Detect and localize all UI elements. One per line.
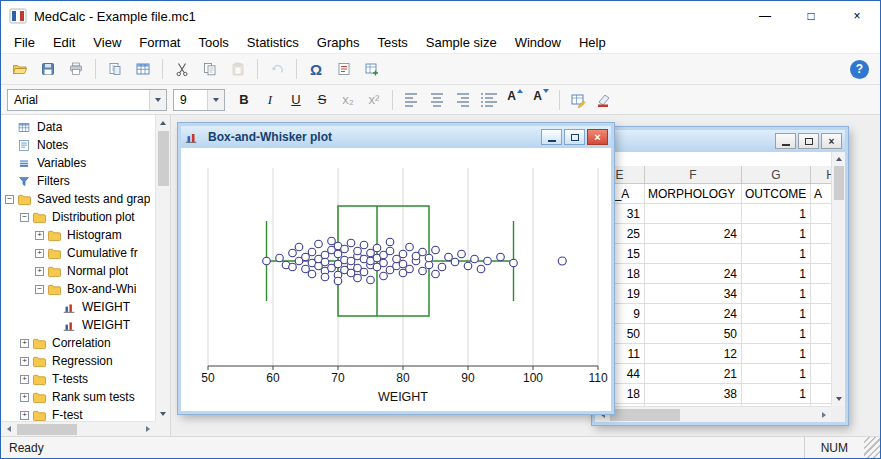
tree-item-notes[interactable]: Notes xyxy=(1,136,155,154)
sheet-cell[interactable] xyxy=(811,384,831,404)
underline-button[interactable]: U xyxy=(284,89,308,111)
sheet-cell[interactable]: 1 xyxy=(742,264,811,284)
variable-name-cell[interactable]: A xyxy=(811,184,831,204)
sheet-cell[interactable]: 1 xyxy=(742,304,811,324)
scroll-up-icon[interactable] xyxy=(832,152,845,166)
tree-vertical-scrollbar[interactable] xyxy=(155,115,170,421)
sheet-cell[interactable]: 1 xyxy=(742,344,811,364)
tree-item-weight[interactable]: WEIGHT xyxy=(1,298,155,316)
tree-item-histogram[interactable]: +Histogram xyxy=(1,226,155,244)
maximize-button[interactable]: □ xyxy=(788,1,834,31)
scroll-thumb[interactable] xyxy=(17,424,77,435)
menu-help[interactable]: Help xyxy=(570,33,615,52)
menu-graphs[interactable]: Graphs xyxy=(308,33,369,52)
scroll-down-icon[interactable] xyxy=(156,406,170,421)
column-header-g[interactable]: G xyxy=(742,166,811,184)
sheet-cell[interactable]: 21 xyxy=(645,364,742,384)
sheet-cell[interactable]: 1 xyxy=(742,324,811,344)
sheet-cell[interactable] xyxy=(645,204,742,224)
expand-icon[interactable]: + xyxy=(35,231,44,240)
sheet-cell[interactable]: 24 xyxy=(645,224,742,244)
decrease-font-button[interactable]: A xyxy=(529,89,553,111)
tree-item-weight[interactable]: WEIGHT xyxy=(1,316,155,334)
paste-icon[interactable] xyxy=(225,57,251,81)
sheet-horizontal-scrollbar[interactable] xyxy=(595,406,831,422)
sheet-close-button[interactable]: × xyxy=(821,133,842,149)
column-header-f[interactable]: F xyxy=(645,166,742,184)
plot-titlebar[interactable]: Box-and-Whisker plot × xyxy=(181,126,611,148)
superscript-button[interactable]: x² xyxy=(362,89,386,111)
expand-icon[interactable]: + xyxy=(20,339,29,348)
collapse-icon[interactable]: − xyxy=(20,213,29,222)
resize-grip[interactable] xyxy=(864,437,880,458)
sheet-cell[interactable]: 1 xyxy=(742,224,811,244)
omega-icon[interactable]: Ω xyxy=(303,57,329,81)
insert-symbol-icon[interactable] xyxy=(331,57,357,81)
tree-item-data[interactable]: Data xyxy=(1,118,155,136)
sheet-cell[interactable] xyxy=(811,364,831,384)
sheet-cell[interactable]: 50 xyxy=(645,324,742,344)
spreadsheet-grid[interactable]: EFGHDE_AMORPHOLOGYOUTCOMEA31125241151182… xyxy=(595,152,831,406)
italic-button[interactable]: I xyxy=(258,89,282,111)
scroll-down-icon[interactable] xyxy=(832,392,845,406)
close-button[interactable]: × xyxy=(834,1,880,31)
tree-item-box-and-whi[interactable]: −Box-and-Whi xyxy=(1,280,155,298)
tree-item-rank-sum-tests[interactable]: +Rank sum tests xyxy=(1,388,155,406)
copy-icon[interactable] xyxy=(197,57,223,81)
variable-name-cell[interactable]: MORPHOLOGY xyxy=(645,184,742,204)
scroll-right-icon[interactable] xyxy=(816,407,831,422)
column-header-h[interactable]: H xyxy=(811,166,831,184)
expand-icon[interactable]: + xyxy=(35,267,44,276)
undo-icon[interactable] xyxy=(264,57,290,81)
minimize-button[interactable]: — xyxy=(742,1,788,31)
plot-close-button[interactable]: × xyxy=(587,129,608,145)
variable-name-cell[interactable]: OUTCOME xyxy=(742,184,811,204)
tree-item-cumulative-fr[interactable]: +Cumulative fr xyxy=(1,244,155,262)
tree-item-regression[interactable]: +Regression xyxy=(1,352,155,370)
tree-item-f-test[interactable]: +F-test xyxy=(1,406,155,421)
expand-icon[interactable]: + xyxy=(20,393,29,402)
sheet-cell[interactable]: 38 xyxy=(645,384,742,404)
tree-item-saved-tests-and-grap[interactable]: −Saved tests and grap xyxy=(1,190,155,208)
expand-icon[interactable]: + xyxy=(35,249,44,258)
spreadsheet-titlebar[interactable]: × xyxy=(595,130,845,152)
menu-sample-size[interactable]: Sample size xyxy=(417,33,506,52)
font-size-select[interactable]: 9 xyxy=(173,89,225,111)
sheet-cell[interactable]: 1 xyxy=(742,384,811,404)
plot-restore-button[interactable] xyxy=(564,129,585,145)
scroll-thumb[interactable] xyxy=(158,131,169,186)
menu-edit[interactable]: Edit xyxy=(44,33,84,52)
tree-item-filters[interactable]: Filters xyxy=(1,172,155,190)
sheet-vertical-scrollbar[interactable] xyxy=(831,152,845,406)
sheet-cell[interactable]: 34 xyxy=(645,284,742,304)
sheet-restore-button[interactable] xyxy=(798,133,819,149)
menu-format[interactable]: Format xyxy=(130,33,189,52)
sheet-cell[interactable] xyxy=(811,344,831,364)
sheet-cell[interactable] xyxy=(811,324,831,344)
scroll-up-icon[interactable] xyxy=(156,115,170,130)
align-right-icon[interactable] xyxy=(451,89,475,111)
highlight-icon[interactable] xyxy=(592,89,616,111)
increase-font-button[interactable]: A xyxy=(503,89,527,111)
sheet-cell[interactable] xyxy=(811,264,831,284)
table-icon[interactable] xyxy=(130,57,156,81)
strikethrough-button[interactable]: S xyxy=(310,89,334,111)
expand-icon[interactable]: + xyxy=(20,375,29,384)
sheet-minimize-button[interactable] xyxy=(775,133,796,149)
menu-tests[interactable]: Tests xyxy=(369,33,417,52)
sheet-cell[interactable]: 24 xyxy=(645,264,742,284)
sheet-cell[interactable] xyxy=(811,224,831,244)
menu-window[interactable]: Window xyxy=(506,33,570,52)
sheet-cell[interactable] xyxy=(811,204,831,224)
sheet-cell[interactable] xyxy=(811,244,831,264)
open-icon[interactable] xyxy=(7,57,33,81)
tree-item-t-tests[interactable]: +T-tests xyxy=(1,370,155,388)
subscript-button[interactable]: x₂ xyxy=(336,89,360,111)
cut-icon[interactable] xyxy=(169,57,195,81)
tree-horizontal-scrollbar[interactable] xyxy=(1,421,155,436)
collapse-icon[interactable]: − xyxy=(35,285,44,294)
menu-statistics[interactable]: Statistics xyxy=(238,33,308,52)
sheet-cell[interactable]: 1 xyxy=(742,284,811,304)
format-cells-icon[interactable] xyxy=(566,89,590,111)
title-bar[interactable]: MedCalc - Example file.mc1 — □ × xyxy=(1,1,880,31)
